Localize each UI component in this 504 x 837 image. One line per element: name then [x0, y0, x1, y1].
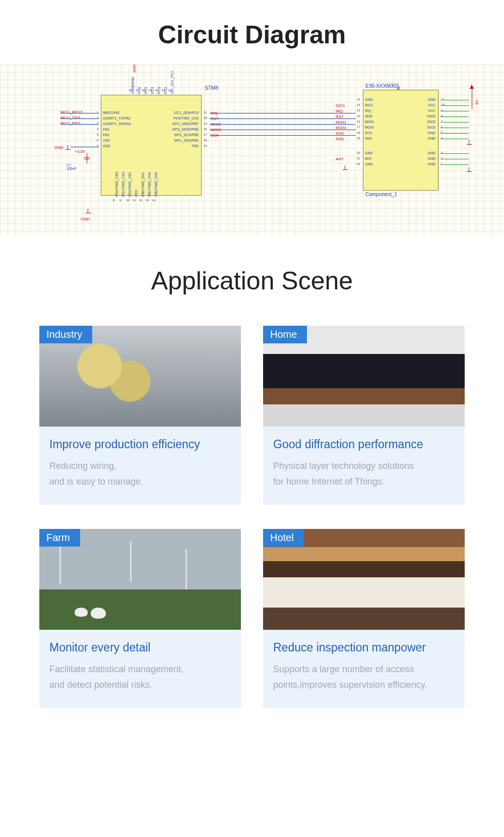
pinnum: 18 — [357, 131, 360, 134]
circuit-diagram: STM8 E30-XXXM30S Component_1 ✕ SWIM MCU_… — [0, 65, 504, 236]
wire — [440, 122, 469, 123]
pin: DIO0 — [427, 114, 435, 118]
pin: SDN — [365, 114, 372, 118]
pinnum: 20 — [357, 151, 360, 154]
card-line2: and is easy to manage. — [49, 476, 143, 487]
pin: DIO1 — [365, 103, 373, 107]
card-line1: Reducing wiring, — [49, 461, 116, 471]
pinnum: 14 — [152, 199, 156, 202]
pinnum: 24 — [155, 89, 159, 92]
card-industry: Industry Improve production efficiency R… — [39, 326, 241, 505]
wire — [71, 147, 99, 147]
pin: PD2/TIM1_CH1 — [128, 172, 132, 197]
wire — [60, 118, 99, 119]
pin: GND — [427, 151, 435, 155]
wire — [440, 128, 469, 128]
card-line1: Physical layer technology solutions — [273, 461, 414, 471]
pinnum: 7 — [441, 120, 443, 123]
wire — [440, 139, 469, 139]
pin: PB3 — [192, 144, 199, 148]
pin: MOSI — [365, 126, 374, 129]
gnd-label: GND — [81, 217, 90, 221]
net: NSS — [336, 137, 344, 141]
pinnum: 25 — [149, 89, 152, 92]
pin: PA4 — [103, 128, 109, 131]
pinnum: 12 — [139, 199, 143, 202]
pinnum: 13 — [146, 199, 149, 202]
card-body: Improve production efficiency Reducing w… — [39, 427, 241, 505]
pinnum: 15 — [204, 144, 207, 147]
pinnum: 22 — [357, 162, 360, 165]
pin: PD0/TIM3_CH2 — [115, 172, 118, 197]
pinnum: 2 — [441, 157, 443, 160]
section1-title: Circuit Diagram — [0, 20, 504, 49]
pin: I2C1_SDA/PC0 — [174, 111, 199, 114]
gnd-label: GND — [54, 145, 64, 150]
chip2-bottom-label: Component_1 — [365, 192, 397, 197]
pin: GND — [427, 137, 435, 140]
card-image: Home — [263, 326, 465, 427]
pinnum: 8 — [113, 199, 114, 202]
card-line2: for home Internet of Things. — [273, 476, 385, 487]
wire — [440, 100, 469, 100]
pin: PB1/TIM2_CH2 — [148, 172, 151, 197]
wire — [60, 113, 99, 113]
wire — [210, 130, 356, 130]
pinnum: 10 — [126, 199, 130, 202]
chip-module: E30-XXXM30S Component_1 — [363, 90, 438, 191]
pin: GND — [427, 98, 435, 101]
pinnum: 18 — [204, 128, 207, 131]
pinnum: 5 — [97, 133, 98, 136]
pinnum: 23 — [162, 89, 165, 92]
swim-net: SWIM — [132, 65, 137, 73]
pinnum: 19 — [357, 137, 360, 140]
pinnum: 10 — [441, 103, 445, 106]
card-home: Home Good diffraction performance Physic… — [263, 326, 465, 505]
wire — [210, 113, 356, 113]
card-image: Industry — [39, 326, 241, 427]
pin: SPI1_NSS/PB4 — [174, 139, 199, 142]
wire — [60, 124, 99, 125]
pinnum: 21 — [204, 111, 207, 114]
pinnum: 17 — [204, 133, 207, 136]
pinnum: 14 — [357, 109, 360, 112]
card-text: Supports a large number of access points… — [273, 662, 455, 692]
pin: GND — [427, 162, 435, 166]
pin: PD1/TIM3_CH1 — [121, 172, 125, 197]
x-marker: ✕ — [396, 86, 400, 91]
pin: PD3 — [135, 190, 138, 197]
card-tag: Hotel — [263, 529, 304, 547]
v33-label: +3.3V — [75, 149, 85, 154]
pinnum: 12 — [357, 98, 360, 101]
gnd-icon — [85, 209, 92, 216]
pin: NRST/PA1 — [103, 111, 120, 114]
pin: GND — [427, 157, 435, 160]
pinnum: 9 — [441, 109, 443, 112]
wire — [440, 164, 469, 165]
pinnum: 1 — [97, 111, 98, 114]
pin: VCC — [428, 103, 435, 107]
pinnum: 22 — [168, 89, 172, 92]
pinnum: 16 — [357, 120, 360, 123]
pinnum: 20 — [204, 116, 207, 119]
wire — [210, 124, 356, 125]
pin: USART1_TX/PA2 — [103, 116, 131, 120]
pinnum: 3 — [441, 151, 443, 154]
pin: PD4/TIM1_CH2 — [174, 116, 199, 120]
pin: VCC — [428, 109, 435, 112]
card-line2: and detect potential risks. — [49, 680, 152, 690]
pin: USART1_RX/PA3 — [103, 122, 131, 126]
chip1-label: STM8 — [205, 85, 218, 91]
wire — [440, 159, 469, 159]
wire — [210, 135, 356, 136]
card-image: Farm — [39, 529, 241, 630]
pin: NSS — [365, 137, 372, 140]
pinnum: 11 — [441, 98, 445, 101]
wire — [440, 111, 469, 111]
pinnum: 3 — [97, 122, 98, 125]
card-tag: Home — [263, 326, 307, 343]
wire — [210, 118, 356, 119]
pin: GND — [427, 131, 435, 135]
section2-title: Application Scene — [0, 266, 504, 295]
card-text: Reducing wiring, and is easy to manage. — [49, 458, 231, 489]
